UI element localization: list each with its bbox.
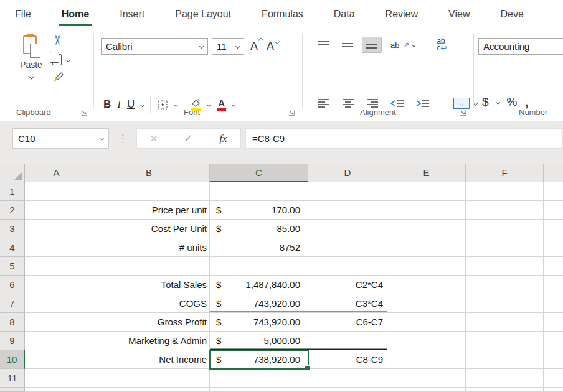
cell-g9[interactable]	[544, 332, 563, 350]
cell-c10-selected[interactable]: $738,920.00	[210, 350, 308, 369]
wrap-text-button[interactable]: ab c↩	[437, 38, 447, 52]
cell-a2[interactable]	[25, 201, 88, 220]
column-header-b[interactable]: B	[88, 164, 210, 182]
cell-d10[interactable]: C8-C9	[308, 350, 387, 369]
cell-c8[interactable]: $743,920.00	[210, 313, 308, 332]
name-box-chevron-icon[interactable]	[100, 136, 104, 141]
select-all-button[interactable]	[0, 164, 25, 182]
cell-f1[interactable]	[466, 182, 544, 201]
cell-a3[interactable]	[25, 220, 88, 238]
font-color-button[interactable]: A	[217, 99, 226, 111]
cell-c11[interactable]	[210, 369, 308, 388]
cell-d7[interactable]: C3*C4	[308, 294, 387, 313]
row-header-7[interactable]: 7	[0, 294, 25, 313]
underline-button[interactable]: U	[127, 98, 135, 111]
tab-formulas[interactable]: Formulas	[262, 9, 303, 20]
cell-d12[interactable]	[308, 388, 387, 392]
cell-a4[interactable]	[25, 238, 88, 257]
formula-input[interactable]: =C8-C9	[245, 128, 563, 149]
cell-e4[interactable]	[387, 238, 466, 257]
cell-c3[interactable]: $85.00	[210, 220, 308, 238]
cell-f8[interactable]	[466, 313, 544, 332]
font-dialog-launcher-icon[interactable]: ⇲	[288, 109, 295, 118]
align-left-button[interactable]	[315, 95, 333, 111]
cell-g7[interactable]	[544, 294, 563, 313]
increase-indent-button[interactable]	[413, 95, 433, 111]
copy-dropdown-chevron-icon[interactable]	[66, 57, 70, 62]
cell-f10[interactable]	[466, 350, 544, 369]
font-name-select[interactable]: Calibri	[101, 38, 208, 55]
cell-f7[interactable]	[466, 294, 544, 313]
cell-e6[interactable]	[387, 276, 466, 294]
cell-e10[interactable]	[387, 350, 466, 369]
cell-a6[interactable]	[25, 276, 88, 294]
bold-button[interactable]: B	[103, 98, 111, 111]
cell-e7[interactable]	[387, 294, 466, 313]
tab-view[interactable]: View	[448, 9, 470, 20]
cell-e3[interactable]	[387, 220, 466, 238]
row-header-9[interactable]: 9	[0, 332, 25, 350]
bottom-align-button[interactable]	[362, 37, 382, 53]
fill-color-chevron-icon[interactable]	[207, 102, 211, 106]
row-header-3[interactable]: 3	[0, 220, 25, 238]
borders-button[interactable]	[157, 99, 168, 110]
tab-review[interactable]: Review	[386, 9, 418, 20]
row-header-2[interactable]: 2	[0, 201, 25, 220]
cell-f4[interactable]	[466, 238, 544, 257]
cancel-button[interactable]: ×	[150, 132, 157, 146]
percent-format-button[interactable]: %	[507, 95, 518, 109]
cell-e5[interactable]	[387, 257, 466, 276]
cell-f3[interactable]	[466, 220, 544, 238]
cell-b3[interactable]: Cost Per Unit	[88, 220, 210, 238]
cell-b1[interactable]	[88, 182, 210, 201]
cell-a5[interactable]	[25, 257, 88, 276]
cell-f11[interactable]	[466, 369, 544, 388]
number-format-select[interactable]: Accounting	[478, 38, 563, 55]
paste-dropdown-chevron-icon[interactable]	[28, 73, 34, 80]
cell-g2[interactable]	[544, 201, 563, 220]
insert-function-button[interactable]: fx	[219, 133, 227, 145]
cell-c9[interactable]: $5,000.00	[210, 332, 308, 350]
column-header-a[interactable]: A	[25, 164, 88, 182]
paste-button[interactable]: Paste	[15, 34, 47, 81]
cell-d3[interactable]	[308, 220, 387, 238]
cell-f12[interactable]	[466, 388, 544, 392]
cell-c7[interactable]: $743,920.00	[210, 294, 308, 313]
cell-a12[interactable]	[25, 388, 88, 392]
cell-e12[interactable]	[387, 388, 466, 392]
copy-icon[interactable]	[52, 54, 62, 65]
alignment-dialog-launcher-icon[interactable]: ⇲	[460, 109, 466, 118]
cell-g10[interactable]	[544, 350, 563, 369]
tab-home[interactable]: Home	[62, 9, 89, 20]
cell-g11[interactable]	[544, 369, 563, 388]
decrease-font-size-button[interactable]: A	[264, 40, 277, 53]
font-color-chevron-icon[interactable]	[232, 102, 236, 106]
column-header-c[interactable]: C	[210, 164, 308, 182]
cell-g4[interactable]	[544, 238, 563, 257]
cell-b11[interactable]	[88, 369, 210, 388]
cell-a7[interactable]	[25, 294, 88, 313]
tab-insert[interactable]: Insert	[120, 9, 144, 20]
cell-g6[interactable]	[544, 276, 563, 294]
increase-font-size-button[interactable]: A	[248, 40, 260, 53]
row-header-11[interactable]: 11	[0, 369, 25, 388]
row-header-1[interactable]: 1	[0, 182, 25, 201]
cell-f9[interactable]	[466, 332, 544, 350]
tab-page-layout[interactable]: Page Layout	[175, 9, 231, 20]
cell-a8[interactable]	[25, 313, 88, 332]
italic-button[interactable]: I	[117, 98, 121, 111]
formula-bar-grip-icon[interactable]: ⋮	[109, 128, 136, 149]
column-header-e[interactable]: E	[387, 164, 466, 182]
cell-b9[interactable]: Marketing & Admin	[88, 332, 210, 350]
column-header-g-partial[interactable]	[544, 164, 563, 182]
cell-f2[interactable]	[466, 201, 544, 220]
orientation-button[interactable]: ab↗	[390, 40, 415, 50]
tab-developer[interactable]: Deve	[500, 9, 523, 20]
cell-b4[interactable]: # units	[88, 238, 210, 257]
cell-c5[interactable]	[210, 257, 308, 276]
cell-d5[interactable]	[308, 257, 387, 276]
cell-c1[interactable]	[210, 182, 308, 201]
row-header-10[interactable]: 10	[0, 350, 25, 369]
cell-b2[interactable]: Price per unit	[88, 201, 210, 220]
cell-g8[interactable]	[544, 313, 563, 332]
